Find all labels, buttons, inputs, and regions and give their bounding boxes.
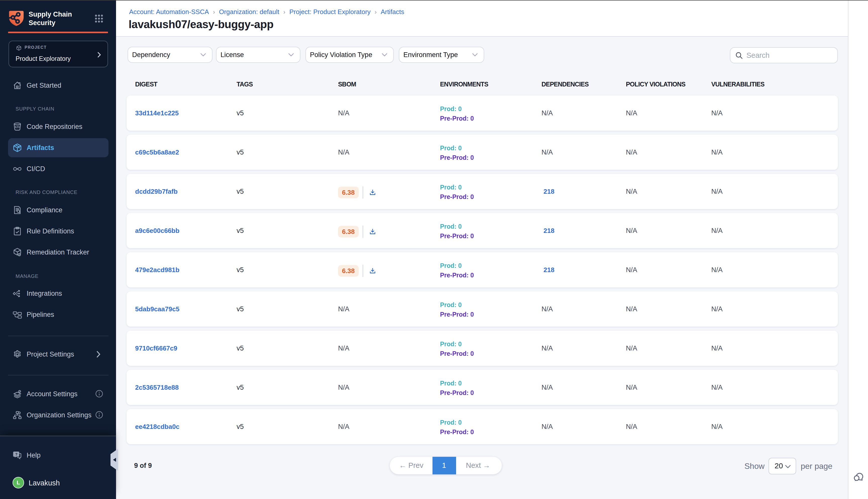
svg-text:?: ?: [15, 452, 17, 456]
